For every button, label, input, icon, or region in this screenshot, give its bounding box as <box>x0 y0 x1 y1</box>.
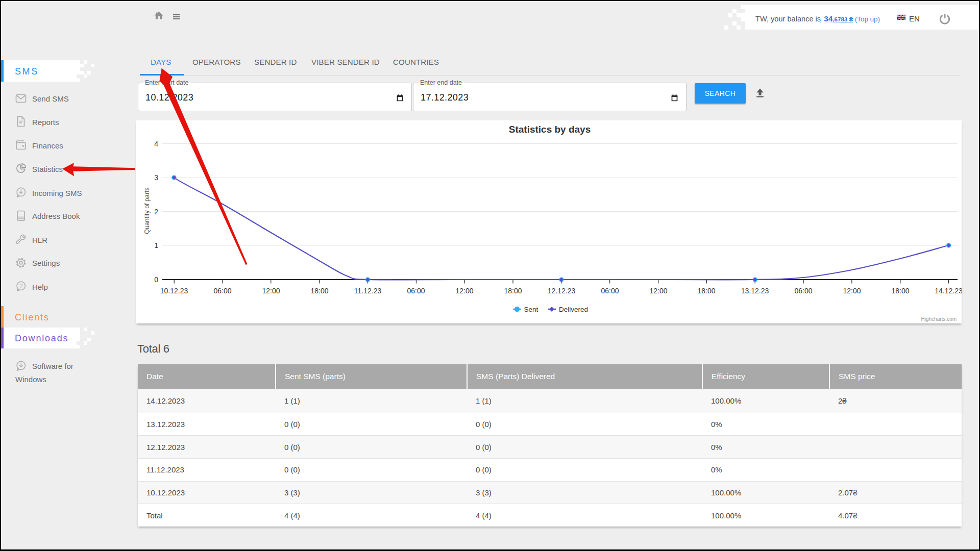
svg-text:0: 0 <box>154 276 158 284</box>
svg-text:18:00: 18:00 <box>891 287 909 295</box>
svg-text:12:00: 12:00 <box>455 287 473 295</box>
svg-text:18:00: 18:00 <box>504 287 522 295</box>
svg-text:3: 3 <box>154 173 158 182</box>
svg-text:1: 1 <box>154 241 158 249</box>
svg-text:Highcharts.com: Highcharts.com <box>921 316 957 322</box>
svg-text:12:00: 12:00 <box>262 287 280 295</box>
svg-text:Quantity of parts: Quantity of parts <box>143 187 151 234</box>
svg-text:4: 4 <box>154 140 158 148</box>
svg-text:2: 2 <box>154 208 158 216</box>
svg-text:Delivered: Delivered <box>559 306 588 313</box>
svg-text:13.12.23: 13.12.23 <box>741 287 769 295</box>
svg-text:06:00: 06:00 <box>407 287 425 295</box>
svg-text:06:00: 06:00 <box>601 287 619 295</box>
svg-text:06:00: 06:00 <box>213 287 231 295</box>
svg-text:12:00: 12:00 <box>843 287 861 295</box>
svg-text:12:00: 12:00 <box>649 287 667 295</box>
svg-text:18:00: 18:00 <box>310 287 328 295</box>
svg-text:11.12.23: 11.12.23 <box>354 287 382 295</box>
svg-text:12.12.23: 12.12.23 <box>548 287 576 295</box>
svg-text:Sent: Sent <box>524 306 538 313</box>
svg-text:10.12.23: 10.12.23 <box>160 287 188 295</box>
svg-text:18:00: 18:00 <box>697 287 715 295</box>
svg-text:14.12.23: 14.12.23 <box>935 287 962 295</box>
svg-text:?: ? <box>19 283 22 289</box>
svg-text:Statistics by days: Statistics by days <box>509 124 591 135</box>
svg-text:06:00: 06:00 <box>794 287 812 295</box>
